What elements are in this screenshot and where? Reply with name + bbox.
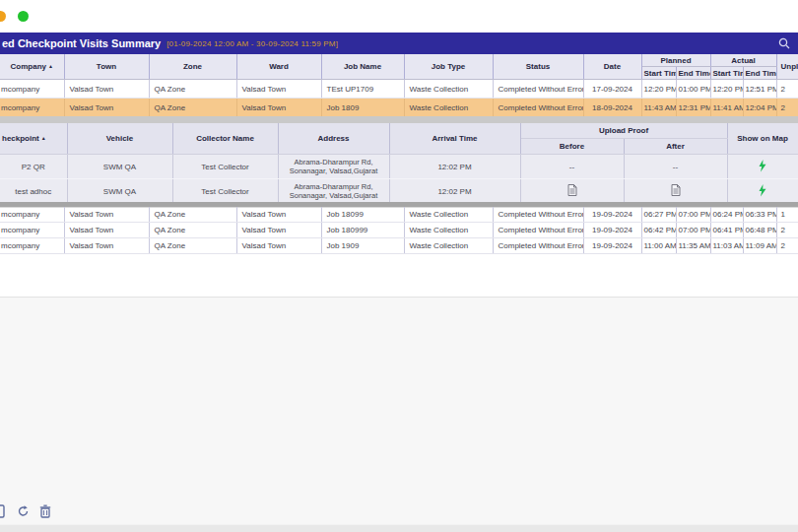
cell-show-on-map[interactable] bbox=[727, 179, 798, 204]
col-header-proof-before[interactable]: Before bbox=[520, 139, 624, 155]
table-row[interactable]: mcompany Valsad Town QA Zone Valsad Town… bbox=[0, 80, 798, 99]
col-header-actual-end[interactable]: End Time bbox=[743, 67, 776, 80]
cell-job-type: Waste Collection bbox=[404, 207, 493, 223]
cell-job-name: TEst UP1709 bbox=[321, 80, 404, 99]
col-header-ward[interactable]: Ward bbox=[236, 54, 321, 80]
cell-town: Valsad Town bbox=[64, 80, 149, 99]
table-row[interactable]: mcompany Valsad Town QA Zone Valsad Town… bbox=[0, 238, 798, 254]
cell-planned-end: 07:00 PM bbox=[676, 223, 710, 238]
col-header-company[interactable]: Company▲ bbox=[0, 54, 64, 80]
cell-status: Completed Without Error bbox=[493, 223, 583, 238]
search-icon[interactable] bbox=[777, 36, 791, 54]
col-header-status[interactable]: Status bbox=[493, 54, 583, 80]
cell-planned-start: 11:00 AM bbox=[641, 238, 676, 254]
cell-town: Valsad Town bbox=[64, 207, 149, 223]
cell-ward: Valsad Town bbox=[236, 223, 321, 238]
table-row[interactable]: mcompany Valsad Town QA Zone Valsad Town… bbox=[0, 207, 798, 223]
cell-actual-end: 12:04 PM bbox=[743, 99, 776, 117]
cell-actual-start: 12:20 PM bbox=[710, 80, 743, 99]
col-header-job-type[interactable]: Job Type bbox=[404, 54, 493, 80]
col-header-planned-end[interactable]: End Time bbox=[676, 67, 710, 80]
col-group-actual: Actual bbox=[710, 54, 776, 67]
table-row[interactable]: mcompany Valsad Town QA Zone Valsad Town… bbox=[0, 223, 798, 238]
cell-proof-after[interactable] bbox=[624, 179, 727, 204]
cell-zone: QA Zone bbox=[149, 99, 236, 117]
col-header-collector-name[interactable]: Collector Name bbox=[172, 123, 278, 155]
col-header-show-on-map[interactable]: Show on Map bbox=[727, 123, 798, 155]
cell-proof-before: -- bbox=[520, 155, 624, 179]
cell-actual-start: 11:03 AM bbox=[710, 238, 743, 254]
cell-planned-end: 11:35 AM bbox=[676, 238, 710, 254]
col-header-town[interactable]: Town bbox=[64, 54, 149, 80]
col-header-planned-start[interactable]: Start Time bbox=[641, 67, 676, 80]
col-header-job-name[interactable]: Job Name bbox=[321, 54, 404, 80]
col-header-address[interactable]: Address bbox=[278, 123, 389, 155]
cell-unplanned: 2 bbox=[776, 223, 798, 238]
table-row-selected[interactable]: mcompany Valsad Town QA Zone Valsad Town… bbox=[0, 99, 798, 117]
detail-row[interactable]: P2 QR SWM QA Test Collector Abrama-Dhara… bbox=[0, 155, 798, 179]
cell-job-name: Job 180999 bbox=[321, 223, 404, 238]
trash-icon[interactable] bbox=[39, 504, 51, 522]
cell-job-type: Waste Collection bbox=[404, 238, 493, 254]
partial-clipped-icon[interactable] bbox=[0, 504, 5, 522]
cell-actual-end: 06:33 PM bbox=[743, 207, 776, 223]
checkpoint-summary-table-continued: mcompany Valsad Town QA Zone Valsad Town… bbox=[0, 207, 798, 254]
cell-job-type: Waste Collection bbox=[404, 80, 493, 99]
col-header-vehicle[interactable]: Vehicle bbox=[67, 123, 172, 155]
cell-job-type: Waste Collection bbox=[404, 99, 493, 117]
show-on-map-icon bbox=[758, 160, 767, 172]
cell-status: Completed Without Error bbox=[493, 207, 583, 223]
col-header-actual-start[interactable]: Start Time bbox=[710, 67, 743, 80]
cell-job-name: Job 1909 bbox=[321, 238, 404, 254]
col-group-upload-proof: Upload Proof bbox=[520, 123, 727, 139]
window-dot-amber-icon[interactable] bbox=[0, 11, 6, 22]
app-window: ed Checkpoint Visits Summary [01-09-2024… bbox=[0, 0, 798, 532]
detail-row[interactable]: test adhoc SWM QA Test Collector Abrama-… bbox=[0, 179, 798, 204]
cell-planned-start: 12:20 PM bbox=[641, 80, 676, 99]
cell-unplanned: 2 bbox=[776, 80, 798, 99]
cell-collector-name: Test Collector bbox=[172, 179, 278, 204]
document-icon bbox=[671, 184, 681, 196]
cell-collector-name: Test Collector bbox=[172, 155, 278, 179]
cell-checkpoint: P2 QR bbox=[0, 155, 67, 179]
cell-checkpoint: test adhoc bbox=[0, 179, 67, 204]
sort-asc-icon: ▲ bbox=[41, 135, 46, 141]
col-header-date[interactable]: Date bbox=[583, 54, 641, 80]
col-header-zone[interactable]: Zone bbox=[149, 54, 236, 80]
cell-town: Valsad Town bbox=[64, 238, 149, 254]
cell-proof-after: -- bbox=[624, 155, 727, 179]
col-header-arrival-time[interactable]: Arrival Time bbox=[389, 123, 520, 155]
cell-address: Abrama-Dharampur Rd, Sonanagar, Valsad,G… bbox=[278, 179, 389, 204]
cell-show-on-map[interactable] bbox=[727, 155, 798, 179]
document-icon bbox=[567, 184, 577, 196]
detail-panel-divider bbox=[0, 116, 798, 123]
cell-unplanned: 2 bbox=[776, 238, 798, 254]
cell-company: mcompany bbox=[0, 207, 64, 223]
cell-planned-start: 11:43 AM bbox=[641, 99, 676, 117]
cell-unplanned: 1 bbox=[776, 207, 798, 223]
cell-proof-before[interactable] bbox=[520, 179, 624, 204]
cell-address: Abrama-Dharampur Rd, Sonanagar, Valsad,G… bbox=[278, 155, 389, 179]
cell-actual-end: 06:48 PM bbox=[743, 223, 776, 238]
cell-vehicle: SWM QA bbox=[67, 179, 172, 204]
col-header-unplanned[interactable]: Unpla bbox=[776, 54, 798, 80]
cell-actual-start: 06:24 PM bbox=[710, 207, 743, 223]
cell-date: 19-09-2024 bbox=[583, 238, 641, 254]
col-header-proof-after[interactable]: After bbox=[624, 139, 727, 155]
cell-town: Valsad Town bbox=[64, 99, 149, 117]
refresh-icon[interactable] bbox=[17, 504, 30, 522]
content-footer-area bbox=[0, 297, 798, 532]
cell-zone: QA Zone bbox=[149, 80, 236, 99]
cell-actual-start: 06:41 PM bbox=[710, 223, 743, 238]
col-header-checkpoint[interactable]: heckpoint▲ bbox=[0, 123, 67, 155]
cell-status: Completed Without Error bbox=[493, 80, 583, 99]
bottom-status-strip bbox=[0, 524, 798, 532]
cell-date: 18-09-2024 bbox=[583, 99, 641, 117]
cell-company: mcompany bbox=[0, 223, 64, 238]
sort-asc-icon: ▲ bbox=[48, 63, 53, 69]
cell-status: Completed Without Error bbox=[493, 99, 583, 117]
cell-job-name: Job 1809 bbox=[321, 99, 404, 117]
cell-zone: QA Zone bbox=[149, 223, 236, 238]
cell-company: mcompany bbox=[0, 80, 64, 99]
window-dot-green-icon[interactable] bbox=[18, 11, 29, 22]
